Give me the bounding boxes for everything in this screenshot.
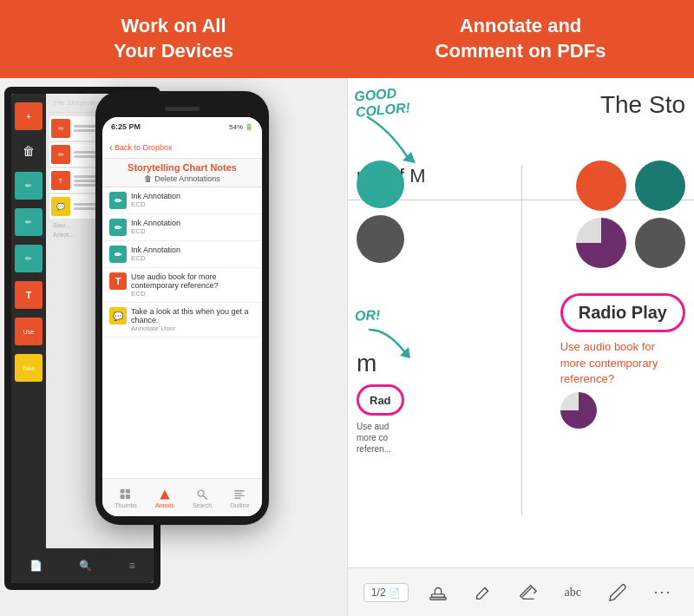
tab-thumbs[interactable]: Thumbs [115, 488, 137, 508]
text-tool-button[interactable]: abc [557, 577, 588, 608]
phone-frame: 6:25 PM 54% 🔋 ‹ Back to Dropbox [95, 91, 269, 525]
svg-rect-0 [121, 488, 125, 493]
handwritten-annotation: GOODCOLOR! [355, 87, 409, 117]
svg-rect-1 [126, 488, 130, 493]
more-options-button[interactable]: ··· [647, 577, 678, 608]
left-title-line2: Your Devices [114, 40, 233, 62]
annotation-icon-teal: ✏ [109, 192, 127, 209]
annotation-subtitle: ECD [131, 227, 255, 235]
tablet-bottom-search: 🔍 [79, 560, 92, 572]
tab-annots-label: Annots [155, 502, 174, 508]
tab-search-label: Search [193, 502, 212, 508]
radio-play-text: Radio Play [579, 303, 667, 322]
pdf-toolbar: 1/2 📄 [348, 567, 694, 616]
right-panel: GOODCOLOR! The Sto um of M [347, 78, 694, 616]
tablet-sidebar: + 🗑 ✏ ✏ ✏ T [11, 94, 46, 583]
right-title-line2: Comment on PDFs [435, 40, 606, 62]
tab-outline[interactable]: Outline [230, 488, 249, 508]
annotation-subtitle: ECD [131, 290, 255, 298]
annotation-subtitle: Annotate User [131, 324, 255, 332]
annotation-icon-yellow: 💬 [109, 307, 127, 324]
tablet-sidebar-t: T [15, 281, 43, 309]
circles-row-top [576, 161, 685, 211]
svg-line-15 [484, 587, 488, 591]
left-title: Work on All Your Devices [114, 14, 233, 63]
annotation-title: Ink Annotation [131, 192, 255, 200]
status-time: 6:25 PM [111, 122, 141, 131]
annotation-title: Ink Annotation [131, 219, 255, 227]
thumbs-icon [117, 488, 134, 501]
top-right-heading: Annotate and Comment on PDFs [347, 0, 694, 78]
annotation-arrow [363, 113, 416, 165]
circles-grid-left [357, 161, 404, 263]
pen-tool-button[interactable] [602, 577, 633, 608]
eraser-tool-button[interactable] [512, 577, 543, 608]
svg-marker-4 [160, 489, 169, 499]
radio-play-section: m Rad Use audmore coreferen... [357, 350, 404, 455]
annotation-title: Use audio book for more contemporary ref… [131, 272, 255, 290]
tab-search[interactable]: Search [193, 488, 212, 508]
tablet-row-icon: ✏ [51, 119, 70, 138]
annotation-text: Ink Annotation ECD [131, 246, 255, 262]
list-item[interactable]: ✏ Ink Annotation ECD [102, 187, 262, 214]
phone-status-bar: 6:25 PM 54% 🔋 [102, 117, 262, 136]
radio-play-right: Radio Play Use audio book formore contem… [560, 293, 685, 429]
tab-annots[interactable]: Annots [155, 488, 174, 508]
left-panel: + 🗑 ✏ ✏ ✏ T [0, 78, 347, 616]
use-audio-partial: Use audmore coreferen... [357, 421, 404, 455]
circles-row-tl [357, 161, 404, 208]
ellipsis-icon: ··· [654, 583, 672, 601]
annotation-subtitle: ECD [131, 200, 255, 208]
svg-rect-3 [126, 495, 130, 499]
phone-speaker [165, 107, 200, 111]
annotation-icon-teal: ✏ [109, 246, 127, 263]
tablet-sidebar-icon: 🗑 [15, 137, 43, 165]
circle-teal-dark [635, 161, 685, 211]
status-right: 54% 🔋 [229, 123, 253, 131]
delete-annotations-button[interactable]: 🗑 Delete Annotations [109, 174, 255, 183]
tablet-sidebar-annot: ✏ [15, 172, 43, 200]
left-title-line1: Work on All [121, 15, 226, 36]
battery-icon: 🔋 [245, 123, 253, 131]
svg-rect-14 [430, 597, 446, 600]
tablet-sidebar-annot2: ✏ [15, 208, 43, 236]
annotation-text: Ink Annotation ECD [131, 219, 255, 235]
back-label: Back to Dropbox [115, 143, 173, 152]
annotation-text: Use audio book for more contemporary ref… [131, 272, 255, 298]
page-icon: 📄 [389, 587, 401, 598]
tablet-sidebar-take: Take [15, 354, 43, 382]
tablet-sidebar-item: + [15, 102, 43, 130]
radio-play-oval: Rad [357, 384, 404, 416]
annotation-icon-red: T [109, 272, 127, 290]
annotation-subtitle: ECD [131, 254, 255, 262]
circles-grid-right [576, 161, 685, 268]
bottom-section: + 🗑 ✏ ✏ ✏ T [0, 78, 694, 616]
top-banner: Work on All Your Devices Annotate and Co… [0, 0, 694, 78]
stamp-tool-button[interactable] [422, 577, 454, 608]
page-number: 1/2 [371, 587, 386, 599]
tablet-bottom-icon: 📄 [29, 560, 43, 572]
list-item[interactable]: ✏ Ink Annotation ECD [102, 241, 262, 268]
annotation-icon-teal: ✏ [109, 219, 127, 236]
circles-row-bottom [576, 218, 685, 268]
phone-header: Storytelling Chart Notes 🗑 Delete Annota… [102, 159, 262, 187]
annotation-comment-text: Use audio book formore contemporaryrefer… [560, 339, 685, 387]
annots-icon [156, 488, 174, 501]
eraser-icon [518, 583, 537, 602]
list-item[interactable]: ✏ Ink Annotation ECD [102, 214, 262, 241]
svg-line-6 [203, 495, 206, 499]
top-left-heading: Work on All Your Devices [0, 0, 347, 78]
screen-title: Storytelling Chart Notes [109, 162, 255, 173]
back-button[interactable]: ‹ Back to Dropbox [109, 141, 173, 154]
tablet-row-icon: T [51, 171, 70, 190]
small-pie-chart [560, 392, 597, 429]
circle-gray-left [357, 215, 404, 263]
list-item[interactable]: T Use audio book for more contemporary r… [102, 268, 262, 303]
phone-nav-bar: ‹ Back to Dropbox [102, 136, 262, 159]
pdf-title: The Sto [600, 91, 685, 119]
outline-icon [231, 488, 248, 501]
phone-screen: 6:25 PM 54% 🔋 ‹ Back to Dropbox [102, 117, 262, 516]
annotation-title: Take a look at this when you get a chanc… [131, 307, 255, 324]
highlight-tool-button[interactable] [468, 577, 499, 608]
list-item[interactable]: 💬 Take a look at this when you get a cha… [102, 303, 262, 337]
